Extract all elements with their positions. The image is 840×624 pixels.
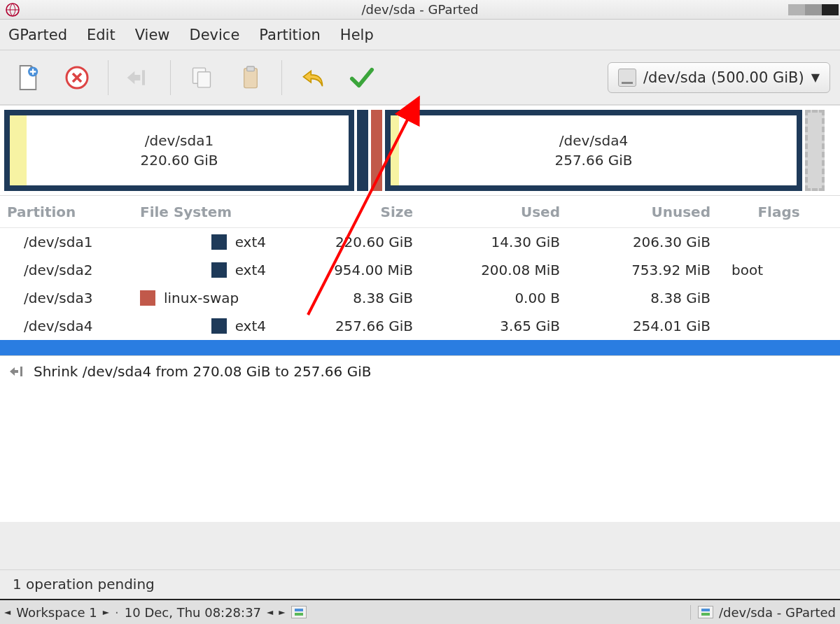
fs-swatch — [211, 234, 227, 250]
cell-size: 257.66 GiB — [273, 318, 420, 334]
task-prev-icon[interactable]: ◄ — [267, 607, 273, 617]
table-row[interactable]: /dev/sda3 linux-swap 8.38 GiB 0.00 B 8.3… — [0, 284, 840, 312]
cell-flags: boot — [718, 262, 840, 278]
partition-block-name: /dev/sda1 — [140, 131, 218, 150]
toolbar-separator — [170, 60, 171, 95]
cell-unused: 753.92 MiB — [567, 262, 718, 278]
col-flags[interactable]: Flags — [718, 204, 840, 220]
task-app-icon[interactable] — [291, 606, 307, 618]
cell-partition: /dev/sda2 — [0, 262, 133, 278]
cell-unused: 206.30 GiB — [567, 234, 718, 250]
operation-text: Shrink /dev/sda4 from 270.08 GiB to 257.… — [34, 363, 371, 380]
new-partition-button[interactable] — [10, 59, 46, 96]
resize-move-button[interactable] — [121, 59, 158, 96]
table-header: Partition File System Size Used Unused F… — [0, 196, 840, 228]
status-text: 1 operation pending — [13, 576, 155, 593]
apply-button[interactable] — [344, 59, 380, 96]
workspace-next-icon[interactable]: ► — [103, 607, 109, 617]
cell-filesystem: ext4 — [133, 234, 273, 250]
maximize-button[interactable] — [805, 4, 822, 15]
col-size[interactable]: Size — [273, 204, 420, 220]
workspace-label[interactable]: Workspace 1 — [16, 605, 97, 620]
cell-unused: 254.01 GiB — [567, 318, 718, 334]
fs-swatch — [140, 290, 155, 306]
paste-button[interactable] — [232, 59, 269, 96]
window-controls[interactable] — [788, 4, 840, 15]
task-window-label: /dev/sda - GParted — [719, 605, 836, 620]
menubar: GParted Edit View Device Partition Help — [0, 20, 840, 50]
cell-partition: /dev/sda4 — [0, 318, 133, 334]
titlebar: /dev/sda - GParted — [0, 0, 840, 20]
copy-button[interactable] — [183, 59, 220, 96]
svg-rect-9 — [295, 609, 303, 611]
menu-help[interactable]: Help — [340, 27, 374, 43]
table-row[interactable]: /dev/sda4 ext4 257.66 GiB 3.65 GiB 254.0… — [0, 312, 840, 340]
svg-rect-8 — [20, 367, 22, 376]
cell-unused: 8.38 GiB — [567, 290, 718, 306]
cell-partition: /dev/sda3 — [0, 290, 133, 306]
toolbar: /dev/sda (500.00 GiB) ▼ — [0, 50, 840, 105]
menu-partition[interactable]: Partition — [259, 27, 321, 43]
usage-fill — [391, 115, 399, 185]
col-partition[interactable]: Partition — [0, 204, 133, 220]
statusbar: 1 operation pending — [0, 569, 840, 597]
workspace-prev-icon[interactable]: ◄ — [4, 607, 10, 617]
usage-fill — [10, 115, 27, 185]
task-next-icon[interactable]: ► — [279, 607, 285, 617]
cell-used: 0.00 B — [420, 290, 567, 306]
svg-rect-5 — [197, 71, 210, 87]
col-unused[interactable]: Unused — [567, 204, 718, 220]
fs-swatch — [211, 262, 227, 278]
svg-rect-11 — [701, 609, 710, 611]
table-row[interactable]: /dev/sda1 ext4 220.60 GiB 14.30 GiB 206.… — [0, 228, 840, 256]
cell-used: 14.30 GiB — [420, 234, 567, 250]
operations-pane: Shrink /dev/sda4 from 270.08 GiB to 257.… — [0, 355, 840, 522]
partition-block-name: /dev/sda4 — [554, 131, 632, 150]
shrink-icon — [8, 364, 27, 379]
cell-filesystem: linux-swap — [133, 290, 273, 306]
table-row[interactable]: /dev/sda2 ext4 954.00 MiB 200.08 MiB 753… — [0, 256, 840, 284]
cell-size: 8.38 GiB — [273, 290, 420, 306]
toolbar-separator — [281, 60, 282, 95]
cell-used: 3.65 GiB — [420, 318, 567, 334]
partition-block-sda1[interactable]: /dev/sda1 220.60 GiB — [4, 110, 354, 191]
menu-view[interactable]: View — [135, 27, 170, 43]
window-title: /dev/sda - GParted — [0, 2, 840, 17]
partition-block-sda4[interactable]: /dev/sda4 257.66 GiB — [385, 110, 802, 191]
operation-row[interactable]: Shrink /dev/sda4 from 270.08 GiB to 257.… — [8, 363, 832, 380]
cell-size: 954.00 MiB — [273, 262, 420, 278]
cell-partition: /dev/sda1 — [0, 234, 133, 250]
minimize-button[interactable] — [788, 4, 805, 15]
undo-button[interactable] — [295, 59, 331, 96]
partition-block-sda2[interactable] — [357, 110, 368, 191]
partition-block-sda3[interactable] — [371, 110, 382, 191]
menu-device[interactable]: Device — [190, 27, 240, 43]
svg-rect-3 — [142, 70, 145, 85]
close-button[interactable] — [822, 4, 839, 15]
device-label: /dev/sda (500.00 GiB) — [643, 69, 804, 86]
partition-block-size: 220.60 GiB — [140, 150, 218, 170]
menu-gparted[interactable]: GParted — [8, 27, 67, 43]
partition-visual: /dev/sda1 220.60 GiB /dev/sda4 257.66 Gi… — [0, 105, 840, 196]
cell-filesystem: ext4 — [133, 318, 273, 334]
drive-icon — [618, 69, 636, 87]
table-row-selected[interactable] — [0, 340, 840, 355]
chevron-down-icon: ▼ — [811, 71, 820, 84]
cell-filesystem: ext4 — [133, 262, 273, 278]
partition-block-unallocated[interactable] — [805, 110, 825, 191]
col-used[interactable]: Used — [420, 204, 567, 220]
taskbar-window-button[interactable]: /dev/sda - GParted — [690, 605, 836, 620]
cell-size: 220.60 GiB — [273, 234, 420, 250]
task-window-icon — [698, 606, 713, 618]
col-filesystem[interactable]: File System — [133, 204, 273, 220]
cell-used: 200.08 MiB — [420, 262, 567, 278]
taskbar: ◄ Workspace 1 ► · 10 Dec, Thu 08:28:37 ◄… — [0, 599, 840, 624]
app-icon — [4, 1, 21, 18]
device-selector[interactable]: /dev/sda (500.00 GiB) ▼ — [608, 62, 830, 93]
partition-table: Partition File System Size Used Unused F… — [0, 196, 840, 355]
delete-partition-button[interactable] — [59, 59, 95, 96]
menu-edit[interactable]: Edit — [87, 27, 115, 43]
svg-rect-10 — [295, 613, 303, 616]
svg-rect-7 — [247, 66, 255, 71]
partition-block-size: 257.66 GiB — [554, 150, 632, 170]
